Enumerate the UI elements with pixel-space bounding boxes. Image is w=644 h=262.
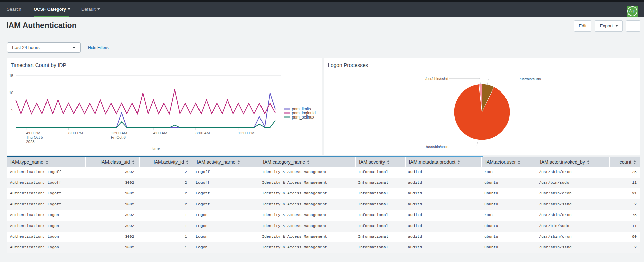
svg-text:4:00 PM: 4:00 PM	[26, 131, 40, 135]
svg-text:10: 10	[9, 91, 13, 95]
svg-text:12:00 AM: 12:00 AM	[111, 131, 127, 135]
svg-text:2023: 2023	[26, 140, 35, 144]
svg-text:Thu Oct 5: Thu Oct 5	[26, 135, 43, 139]
svg-text:Fri Oct 6: Fri Oct 6	[111, 135, 126, 139]
svg-text:5: 5	[11, 108, 13, 112]
svg-text:15: 15	[9, 74, 13, 78]
svg-text:8:00 AM: 8:00 AM	[195, 131, 210, 135]
svg-text:/usr/sbin/cron: /usr/sbin/cron	[426, 145, 448, 149]
svg-text:/usr/sbin/sshd: /usr/sbin/sshd	[425, 77, 448, 81]
svg-text:pam_selinux: pam_selinux	[292, 115, 314, 120]
svg-text:_time: _time	[150, 146, 160, 150]
svg-text:12:00 PM: 12:00 PM	[238, 131, 254, 135]
svg-text:/usr/bin/sudo: /usr/bin/sudo	[520, 77, 541, 81]
svg-text:8:00 PM: 8:00 PM	[68, 131, 83, 135]
svg-text:4:00 AM: 4:00 AM	[153, 131, 167, 135]
